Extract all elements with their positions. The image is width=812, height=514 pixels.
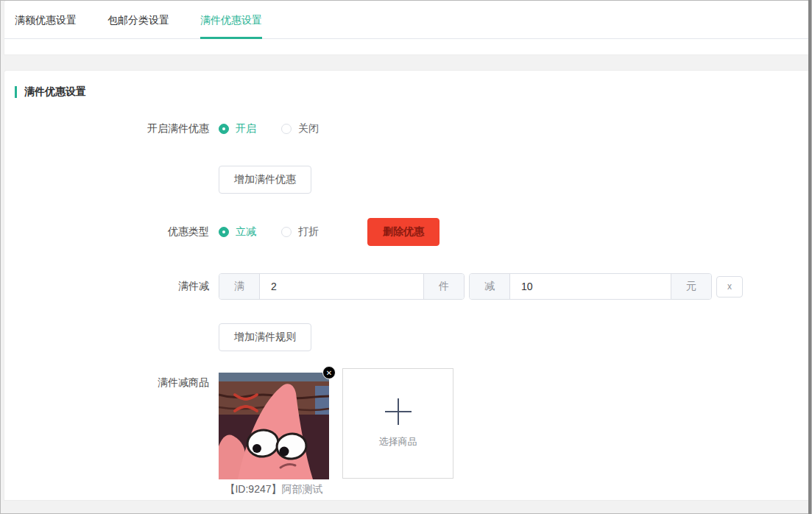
radio-on-label: 开启 [236,122,256,135]
add-discount-button[interactable]: 增加满件优惠 [219,166,311,194]
amount-prefix: 减 [470,274,510,299]
quantity-unit: 件 [423,274,464,299]
tab-bar: 满额优惠设置 包邮分类设置 满件优惠设置 [4,1,812,39]
section-header: 满件优惠设置 [15,85,812,99]
select-product-box[interactable]: 选择商品 [342,368,453,479]
quantity-input[interactable] [260,274,423,299]
remove-rule-button[interactable]: x [716,276,743,298]
radio-reduce-icon [219,227,229,237]
tab-full-amount-discount[interactable]: 满额优惠设置 [15,1,77,39]
quantity-prefix: 满 [219,274,260,299]
radio-on-icon [219,124,229,134]
radio-percent-icon [281,227,292,237]
enable-discount-label: 开启满件优惠 [4,122,219,135]
radio-enable-on[interactable]: 开启 [219,122,256,135]
radio-type-reduce[interactable]: 立减 [219,225,256,239]
enable-discount-row: 开启满件优惠 开启 关闭 [4,122,812,135]
product-id: 【ID:9247】 [225,483,281,495]
amount-input[interactable] [510,274,671,299]
delete-discount-button[interactable]: 删除优惠 [367,218,439,246]
discount-type-label: 优惠类型 [4,225,219,239]
radio-off-label: 关闭 [298,122,319,135]
product-name: 阿部测试 [282,483,323,495]
products-row: 满件减商品 [4,368,812,496]
radio-off-icon [281,124,292,134]
discount-type-row: 优惠类型 立减 打折 删除优惠 [4,218,812,246]
add-rule-button[interactable]: 增加满件规则 [219,323,311,351]
remove-product-icon[interactable]: ✕ [322,366,336,379]
plus-icon [385,398,412,425]
amount-unit: 元 [671,274,711,299]
quantity-input-group: 满 件 [219,273,465,300]
content-card: 满件优惠设置 开启满件优惠 开启 关闭 增加满件优惠 优惠类型 立减 打折 删除… [4,70,812,501]
select-product-label: 选择商品 [379,435,417,448]
rule-label: 满件减 [4,280,219,293]
tab-free-shipping-category[interactable]: 包邮分类设置 [107,1,169,39]
section-accent-bar [15,86,17,98]
card-gap [0,55,812,70]
radio-enable-off[interactable]: 关闭 [281,122,319,135]
product-thumbnail[interactable]: ✕ [219,373,329,479]
amount-input-group: 减 元 [469,273,712,300]
rule-row: 满件减 满 件 减 元 x [4,273,812,300]
tabs-card: 满额优惠设置 包邮分类设置 满件优惠设置 [4,0,812,55]
product-caption: 【ID:9247】阿部测试 [219,483,329,496]
page-title: 满件优惠设置 [24,85,86,99]
products-label: 满件减商品 [4,368,219,390]
radio-type-percent[interactable]: 打折 [281,225,319,239]
tab-quantity-discount[interactable]: 满件优惠设置 [200,1,262,39]
radio-percent-label: 打折 [298,225,319,239]
radio-reduce-label: 立减 [236,225,256,239]
product-item: ✕ 【ID:9247】阿部测试 [219,368,329,496]
product-image [219,373,329,479]
vertical-scrollbar[interactable] [808,0,811,514]
